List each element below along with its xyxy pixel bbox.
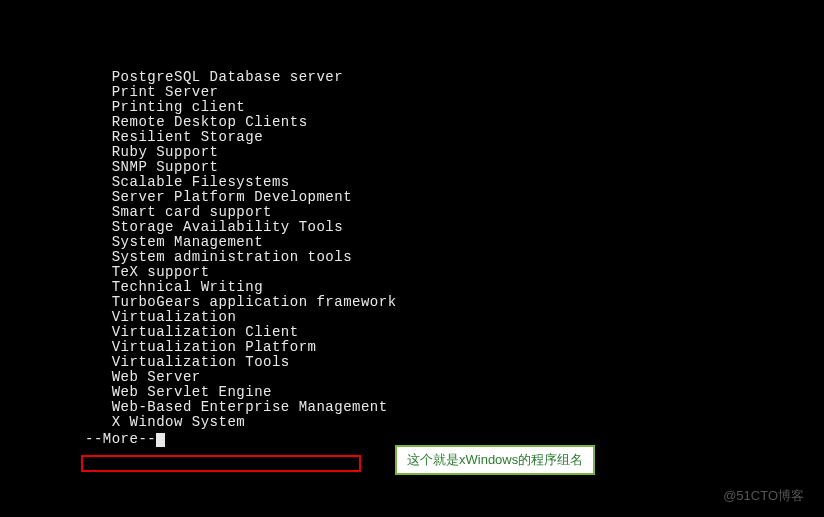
list-item: Web-Based Enterprise Management — [85, 400, 824, 415]
annotation-text: 这个就是xWindows的程序组名 — [407, 452, 583, 467]
list-item: Technical Writing — [85, 280, 824, 295]
list-item: TeX support — [85, 265, 824, 280]
list-item: Virtualization Tools — [85, 355, 824, 370]
list-item: Smart card support — [85, 205, 824, 220]
list-item: Web Server — [85, 370, 824, 385]
watermark-text: @51CTO博客 — [723, 488, 804, 503]
list-item: Scalable Filesystems — [85, 175, 824, 190]
list-item: System administration tools — [85, 250, 824, 265]
annotation-callout: 这个就是xWindows的程序组名 — [395, 445, 595, 475]
list-item: Virtualization Platform — [85, 340, 824, 355]
list-item: Remote Desktop Clients — [85, 115, 824, 130]
list-item: TurboGears application framework — [85, 295, 824, 310]
list-item: Ruby Support — [85, 145, 824, 160]
cursor-icon — [156, 433, 165, 447]
list-item: Server Platform Development — [85, 190, 824, 205]
terminal-output[interactable]: PostgreSQL Database server Print Server … — [0, 0, 824, 462]
watermark: @51CTO博客 — [723, 487, 804, 505]
list-item: Storage Availability Tools — [85, 220, 824, 235]
list-item: SNMP Support — [85, 160, 824, 175]
list-item: Web Servlet Engine — [85, 385, 824, 400]
list-item: X Window System — [85, 415, 824, 430]
list-item: PostgreSQL Database server — [85, 70, 824, 85]
list-item: Virtualization — [85, 310, 824, 325]
list-item: Printing client — [85, 100, 824, 115]
list-item: Print Server — [85, 85, 824, 100]
list-item: Virtualization Client — [85, 325, 824, 340]
list-item: System Management — [85, 235, 824, 250]
list-item: Resilient Storage — [85, 130, 824, 145]
more-prompt: --More-- — [85, 431, 156, 447]
